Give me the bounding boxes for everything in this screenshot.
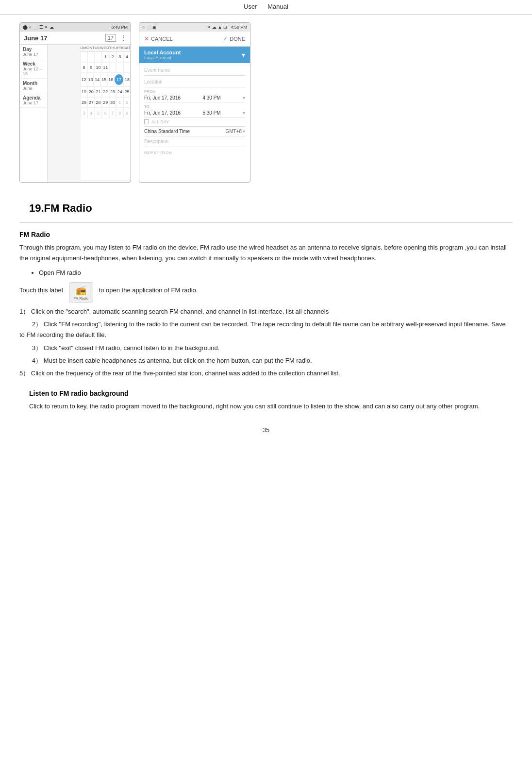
view-agenda[interactable]: Agenda June 17	[20, 93, 47, 108]
cal-cell[interactable]: 21	[95, 86, 102, 97]
cal-cell[interactable]: 20	[87, 86, 95, 97]
cal-cell[interactable]: 14	[94, 73, 100, 86]
cal-cell[interactable]: 6	[102, 108, 109, 118]
divider	[19, 222, 513, 223]
left-status-bar: ⬤ ○ ⬜ ☰ ✦ ☁ 6:48 PM	[20, 23, 131, 32]
bullet-item-open-fm: Open FM radio	[39, 268, 513, 278]
cal-cell[interactable]: 9	[123, 108, 131, 118]
view-day[interactable]: Day June 17	[20, 45, 47, 59]
cal-cell[interactable]: 3	[81, 108, 88, 118]
done-button[interactable]: ✓ DONE	[223, 35, 245, 42]
timezone-row[interactable]: China Standard Time GMT+8 ▾	[144, 127, 245, 136]
cal-cell[interactable]: 1	[102, 51, 109, 62]
view-week[interactable]: Week June 12 – 18	[20, 59, 47, 79]
calendar-header: June 17 17 ⋮	[20, 32, 131, 45]
cal-cell[interactable]: 19	[81, 86, 88, 97]
touch-suffix: to open the application of FM radio.	[99, 285, 198, 296]
cal-cell[interactable]: 24	[116, 86, 123, 97]
cal-cell[interactable]: 28	[95, 97, 102, 108]
cal-cell[interactable]	[87, 51, 95, 62]
location-field[interactable]: Location	[144, 77, 245, 87]
cal-cell[interactable]: 8	[116, 108, 123, 118]
account-selector[interactable]: Local Account Local Account ▾	[139, 47, 250, 63]
cal-cell[interactable]	[109, 62, 116, 73]
right-status-icons-left: ○ ⬜ ▣	[142, 25, 157, 30]
from-time: 4:30 PM	[202, 95, 220, 101]
grid-header: D MON TUE WED THU FRI SAT	[81, 45, 131, 51]
cancel-button[interactable]: ✕ CANCEL	[144, 35, 173, 42]
timezone-arrow: ▾	[243, 129, 245, 134]
cal-cell[interactable]: 22	[102, 86, 109, 97]
page-header: User Manual	[0, 0, 532, 15]
cal-cell[interactable]	[116, 62, 123, 73]
cancel-label: CANCEL	[151, 36, 173, 42]
header-sat: SAT	[123, 45, 131, 51]
cal-cell[interactable]: 5	[95, 108, 102, 118]
to-row[interactable]: Fri, Jun 17, 2016 5:30 PM ▾	[144, 109, 245, 118]
cal-cell[interactable]	[123, 62, 131, 73]
cal-cell[interactable]: 11	[102, 62, 109, 73]
numbered-item-5: 5） Click on the frequency of the rear of…	[19, 368, 513, 379]
from-row[interactable]: Fri, Jun 17, 2016 4:30 PM ▾	[144, 94, 245, 102]
cal-cell[interactable]: 3	[116, 51, 123, 62]
cal-cell[interactable]: 18	[124, 73, 131, 86]
cal-cell[interactable]: 1	[116, 97, 123, 108]
cal-cell[interactable]: 4	[123, 51, 131, 62]
cal-cell[interactable]: 29	[102, 97, 109, 108]
cal-header-date-label: June 17	[24, 34, 47, 42]
bg-paragraph: Click to return to key, the radio progra…	[29, 401, 513, 412]
cal-cell[interactable]: 23	[109, 86, 116, 97]
view-month[interactable]: Month June	[20, 79, 47, 93]
grid-row-3: 12 13 14 15 16 17 18	[81, 73, 131, 86]
header-thu: THU	[109, 45, 117, 51]
cal-cell-selected[interactable]: 17	[114, 73, 124, 86]
event-form: Event name Location FROM Fri, Jun 17, 20…	[139, 63, 250, 158]
cal-cell[interactable]: 8	[81, 62, 88, 73]
menu-icon[interactable]: ⋮	[120, 34, 127, 42]
account-secondary: Local Account	[144, 55, 181, 60]
cal-cell[interactable]: 4	[87, 108, 95, 118]
account-arrow-icon: ▾	[242, 51, 245, 59]
cal-cell[interactable]: 16	[107, 73, 114, 86]
event-name-field[interactable]: Event name	[144, 65, 245, 76]
all-day-row[interactable]: ALL DAY	[144, 118, 245, 127]
bg-sub-heading: Listen to FM radio background	[29, 389, 513, 397]
done-label: DONE	[230, 36, 245, 42]
description-field[interactable]: Description	[144, 136, 245, 147]
cal-cell[interactable]: 30	[109, 97, 116, 108]
to-arrow: ▾	[243, 110, 245, 116]
account-info: Local Account Local Account	[144, 50, 181, 60]
cal-cell[interactable]: 10	[95, 62, 102, 73]
cal-cell[interactable]: 15	[100, 73, 107, 86]
cal-cell[interactable]: 26	[81, 97, 88, 108]
cal-cell[interactable]: 2	[123, 97, 131, 108]
fm-radio-subheading: FM Radio	[19, 231, 513, 238]
header-fri: FRI	[117, 45, 123, 51]
grid-row-6: 3 4 5 6 7 8 9	[81, 108, 131, 118]
header-mon: MON	[83, 45, 92, 51]
cal-cell[interactable]: 9	[87, 62, 95, 73]
left-status-time: 6:48 PM	[111, 25, 128, 30]
touch-prefix: Touch this label	[19, 285, 63, 296]
done-icon: ✓	[223, 35, 228, 42]
cal-cell[interactable]: 12	[81, 73, 87, 86]
repetition-label: REPETITION	[144, 148, 245, 156]
grid-row-2: 8 9 10 11	[81, 62, 131, 73]
all-day-label: ALL DAY	[151, 119, 169, 124]
all-day-checkbox[interactable]	[144, 119, 149, 124]
cal-cell[interactable]	[81, 51, 88, 62]
section-title: 19.FM Radio	[29, 202, 513, 215]
cal-cell[interactable]: 2	[109, 51, 116, 62]
cal-cell[interactable]: 13	[87, 73, 94, 86]
from-date: Fri, Jun 17, 2016	[144, 95, 181, 101]
numbered-item-2: 2） Click "FM recording", listening to th…	[19, 319, 513, 340]
location-placeholder: Location	[144, 79, 245, 84]
cal-cell[interactable]: 27	[87, 97, 95, 108]
fm-waves-icon: 📻	[76, 285, 86, 296]
cal-cell[interactable]: 7	[109, 108, 116, 118]
calendar-grid: D MON TUE WED THU FRI SAT 1 2	[81, 45, 131, 180]
from-label: FROM	[144, 89, 245, 94]
cal-cell[interactable]: 25	[123, 86, 131, 97]
cal-cell[interactable]	[95, 51, 102, 62]
grid-row-4: 19 20 21 22 23 24 25	[81, 86, 131, 97]
